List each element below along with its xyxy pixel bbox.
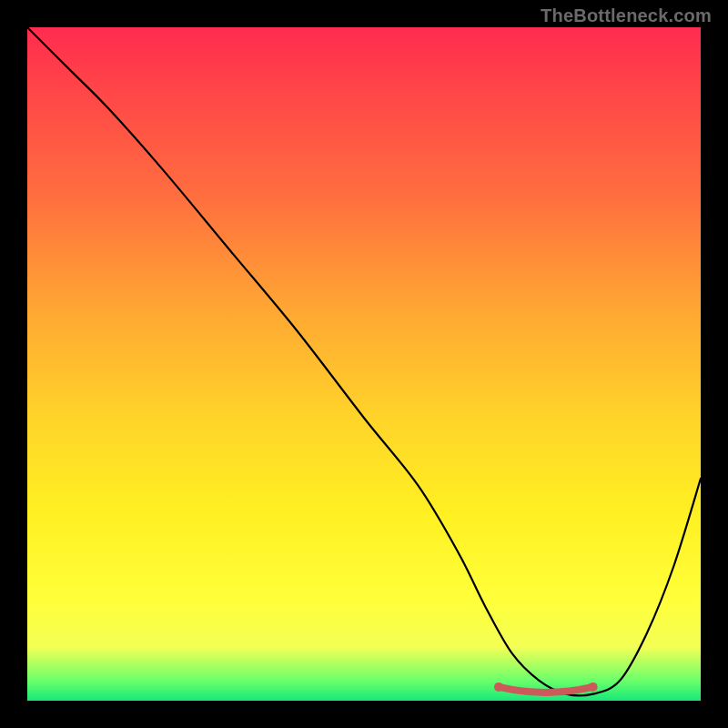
curve-svg xyxy=(27,27,701,701)
valley-marker-dot-left xyxy=(494,682,503,692)
bottleneck-curve-path xyxy=(27,27,701,695)
valley-marker-dot-right xyxy=(589,682,598,692)
valley-marker-path xyxy=(499,687,593,693)
chart-frame: TheBottleneck.com xyxy=(0,0,728,728)
plot-area xyxy=(27,27,701,701)
watermark-text: TheBottleneck.com xyxy=(541,5,712,26)
